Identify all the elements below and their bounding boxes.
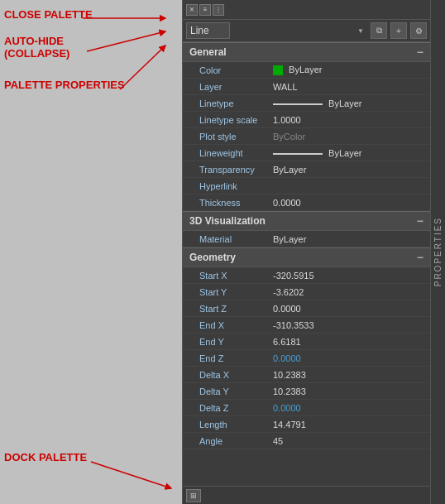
palette-props-annotation: PALETTE PROPERTIES <box>4 79 125 91</box>
close-button[interactable]: × <box>186 4 198 16</box>
annotation-arrows <box>0 0 182 504</box>
prop-value-plot-style[interactable]: ByColor <box>270 132 430 142</box>
prop-label-end-z: End Z <box>183 353 270 363</box>
geometry-section-header: Geometry − <box>183 247 430 267</box>
lineweight-line-graphic <box>273 153 323 155</box>
svg-line-3 <box>91 462 171 488</box>
general-collapse-button[interactable]: − <box>417 46 423 59</box>
type-selector-row: Line Arc Circle Polyline ⧉ + ⚙ <box>183 20 430 42</box>
prop-value-start-x[interactable]: -320.5915 <box>270 271 430 281</box>
visualization-section-title: 3D Visualization <box>189 215 266 227</box>
properties-panel: × ≡ ⋮ Line Arc Circle Polyline ⧉ + ⚙ <box>182 0 445 504</box>
prop-label-start-x: Start X <box>183 271 270 281</box>
property-row-lineweight: Lineweight ByLayer <box>183 145 430 161</box>
prop-value-linetype[interactable]: ByLayer <box>270 98 430 108</box>
prop-value-thickness[interactable]: 0.0000 <box>270 198 430 208</box>
prop-value-delta-y[interactable]: 10.2383 <box>270 386 430 396</box>
property-row-thickness: Thickness 0.0000 <box>183 194 430 211</box>
prop-value-angle[interactable]: 45 <box>270 436 430 446</box>
svg-line-1 <box>87 31 165 51</box>
panel-vertical-label: PROPERTIES <box>433 217 443 286</box>
main-wrapper: CLOSE PALETTE AUTO-HIDE (COLLAPSE) PALET… <box>0 0 445 504</box>
property-row-plot-style: Plot style ByColor <box>183 128 430 145</box>
prop-label-thickness: Thickness <box>183 198 270 208</box>
linetype-line-graphic <box>273 103 323 105</box>
type-selector-wrapper: Line Arc Circle Polyline <box>186 22 367 39</box>
panel-toolbar: × ≡ ⋮ <box>183 0 430 20</box>
annotation-area: CLOSE PALETTE AUTO-HIDE (COLLAPSE) PALET… <box>0 0 182 504</box>
prop-value-start-z[interactable]: 0.0000 <box>270 304 430 314</box>
property-row-linetype: Linetype ByLayer <box>183 95 430 112</box>
prop-label-end-y: End Y <box>183 337 270 347</box>
property-row-start-x: Start X -320.5915 <box>183 267 430 284</box>
prop-label-lineweight: Lineweight <box>183 148 270 158</box>
property-row-linetype-scale: Linetype scale 1.0000 <box>183 112 430 128</box>
prop-label-start-z: Start Z <box>183 304 270 314</box>
prop-value-material[interactable]: ByLayer <box>270 234 430 244</box>
property-row-delta-z: Delta Z 0.0000 <box>183 400 430 416</box>
prop-value-end-z[interactable]: 0.0000 <box>270 353 430 363</box>
close-palette-annotation: CLOSE PALETTE <box>4 8 93 21</box>
prop-label-linetype: Linetype <box>183 98 270 108</box>
property-row-delta-y: Delta Y 10.2383 <box>183 383 430 400</box>
prop-value-layer[interactable]: WALL <box>270 82 430 92</box>
property-row-start-z: Start Z 0.0000 <box>183 300 430 317</box>
prop-label-color: Color <box>183 65 270 75</box>
general-section-header: General − <box>183 42 430 62</box>
copy-button[interactable]: ⧉ <box>371 22 387 39</box>
prop-label-end-x: End X <box>183 320 270 330</box>
dock-palette-annotation: DOCK PALETTE <box>4 451 87 463</box>
prop-label-delta-z: Delta Z <box>183 403 270 413</box>
property-row-angle: Angle 45 <box>183 433 430 449</box>
prop-label-angle: Angle <box>183 436 270 446</box>
vertical-label-area: PROPERTIES <box>430 0 445 504</box>
property-row-length: Length 14.4791 <box>183 416 430 433</box>
prop-label-layer: Layer <box>183 82 270 92</box>
prop-label-length: Length <box>183 420 270 430</box>
property-row-material: Material ByLayer <box>183 231 430 247</box>
prop-label-material: Material <box>183 234 270 244</box>
general-section-title: General <box>189 46 227 58</box>
prop-label-start-y: Start Y <box>183 287 270 297</box>
panel-bottom-toolbar: ⊞ <box>183 486 430 504</box>
svg-line-2 <box>120 46 165 89</box>
prop-value-delta-x[interactable]: 10.2383 <box>270 370 430 380</box>
property-row-start-y: Start Y -3.6202 <box>183 284 430 300</box>
property-row-end-y: End Y 6.6181 <box>183 334 430 350</box>
autohide-annotation: AUTO-HIDE (COLLAPSE) <box>4 35 69 60</box>
color-swatch <box>273 65 283 75</box>
add-button[interactable]: + <box>390 22 407 39</box>
prop-value-lineweight[interactable]: ByLayer <box>270 148 430 158</box>
prop-value-start-y[interactable]: -3.6202 <box>270 287 430 297</box>
prop-value-length[interactable]: 14.4791 <box>270 420 430 430</box>
prop-label-plot-style: Plot style <box>183 132 270 142</box>
prop-label-delta-y: Delta Y <box>183 386 270 396</box>
prop-label-linetype-scale: Linetype scale <box>183 115 270 125</box>
autohide-button[interactable]: ≡ <box>199 4 211 16</box>
geometry-collapse-button[interactable]: − <box>417 251 423 264</box>
property-row-transparency: Transparency ByLayer <box>183 161 430 178</box>
property-row-end-z: End Z 0.0000 <box>183 350 430 367</box>
dock-button[interactable]: ⊞ <box>186 489 201 502</box>
prop-label-hyperlink: Hyperlink <box>183 181 270 191</box>
property-row-color: Color ByLayer <box>183 62 430 79</box>
visualization-section-header: 3D Visualization − <box>183 211 430 231</box>
geometry-section-title: Geometry <box>189 252 236 263</box>
prop-value-end-x[interactable]: -310.3533 <box>270 320 430 330</box>
prop-value-end-y[interactable]: 6.6181 <box>270 337 430 347</box>
property-row-layer: Layer WALL <box>183 79 430 95</box>
properties-content: General − Color ByLayer Layer WALL <box>183 42 430 486</box>
prop-value-transparency[interactable]: ByLayer <box>270 165 430 175</box>
visualization-collapse-button[interactable]: − <box>417 214 423 228</box>
prop-label-transparency: Transparency <box>183 165 270 175</box>
palette-properties-button[interactable]: ⋮ <box>213 4 224 16</box>
prop-value-linetype-scale[interactable]: 1.0000 <box>270 115 430 125</box>
panel-main-content: × ≡ ⋮ Line Arc Circle Polyline ⧉ + ⚙ <box>183 0 430 504</box>
property-row-delta-x: Delta X 10.2383 <box>183 367 430 383</box>
prop-value-delta-z[interactable]: 0.0000 <box>270 403 430 413</box>
type-select[interactable]: Line Arc Circle Polyline <box>186 22 230 39</box>
prop-label-delta-x: Delta X <box>183 370 270 380</box>
property-row-hyperlink: Hyperlink <box>183 178 430 194</box>
settings-button[interactable]: ⚙ <box>410 22 427 39</box>
prop-value-color[interactable]: ByLayer <box>270 65 430 75</box>
